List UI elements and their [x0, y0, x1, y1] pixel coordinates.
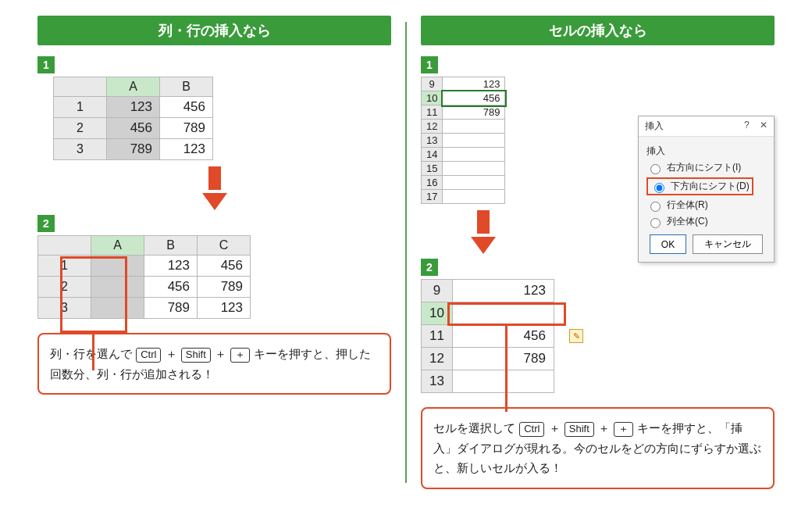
- col-header: B: [144, 236, 198, 256]
- radio-entire-row[interactable]: 行全体(R): [646, 198, 766, 212]
- keycap-ctrl: Ctrl: [136, 348, 161, 363]
- col-header: C: [198, 236, 251, 256]
- step-badge-2-right: 2: [421, 259, 438, 276]
- help-icon[interactable]: ?: [744, 120, 750, 130]
- keycap-plus: ＋: [230, 348, 250, 363]
- keycap-ctrl: Ctrl: [519, 422, 544, 437]
- excel-table-left-2: A B C 1 123 456 2 456 789 3 789 123: [37, 235, 251, 319]
- heading-right: セルの挿入なら: [421, 16, 775, 45]
- arrow-down-icon: [468, 210, 499, 254]
- right-column: セルの挿入なら 1 9123 10456 11789 12 13 14 15 1…: [407, 16, 789, 489]
- insert-dialog: 挿入 ? ✕ 挿入 右方向にシフト(I) 下方向にシフト(D) 行全体(R) 列…: [638, 116, 775, 263]
- close-icon[interactable]: ✕: [760, 120, 767, 130]
- step-badge-1-left: 1: [37, 56, 55, 73]
- callout-right: セルを選択して Ctrl ＋ Shift ＋ ＋ キーを押すと、「挿入」ダイアロ…: [421, 407, 775, 489]
- radio-shift-right[interactable]: 右方向にシフト(I): [646, 161, 766, 174]
- left-column: 列・行の挿入なら 1 A B 1 123 456 2 456 789 3 789…: [23, 16, 405, 489]
- col-header: A: [107, 77, 160, 97]
- step-badge-2-left: 2: [37, 215, 55, 232]
- arrow-down-icon: [37, 166, 391, 210]
- keycap-shift: Shift: [181, 348, 211, 363]
- excel-table-right-2: 9123 10 11456 12789 13: [421, 279, 554, 393]
- col-header: A: [91, 236, 144, 256]
- excel-table-left-1: A B 1 123 456 2 456 789 3 789 123: [53, 77, 213, 160]
- heading-left: 列・行の挿入なら: [37, 16, 391, 45]
- keycap-shift: Shift: [564, 422, 594, 437]
- callout-left: 列・行を選んで Ctrl ＋ Shift ＋ ＋ キーを押すと、押した回数分、列…: [37, 333, 391, 395]
- ok-button[interactable]: OK: [650, 234, 686, 254]
- paste-options-icon[interactable]: ✎: [569, 329, 583, 343]
- excel-table-right-1: 9123 10456 11789 12 13 14 15 16 17: [421, 77, 505, 204]
- keycap-plus: ＋: [614, 422, 633, 437]
- radio-entire-col[interactable]: 列全体(C): [646, 215, 766, 228]
- cancel-button[interactable]: キャンセル: [693, 234, 763, 254]
- col-header: B: [160, 77, 213, 97]
- step-badge-1-right: 1: [421, 56, 438, 73]
- dialog-group-label: 挿入: [646, 145, 766, 158]
- dialog-title: 挿入: [645, 120, 664, 133]
- radio-shift-down[interactable]: 下方向にシフト(D): [650, 180, 750, 193]
